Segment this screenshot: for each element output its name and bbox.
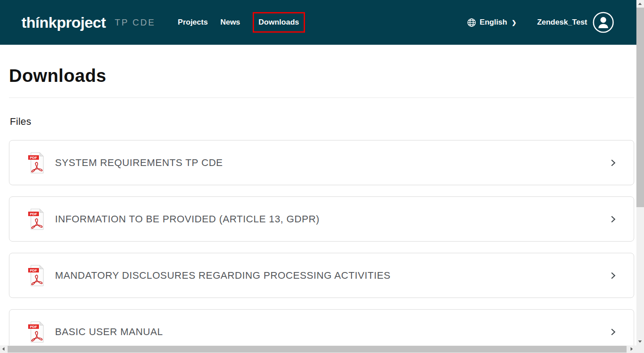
language-label: English [480,18,507,27]
annotation-highlight-box: Downloads [253,12,305,33]
pdf-icon: PDF [26,321,45,343]
vertical-scrollbar-thumb[interactable] [636,8,644,207]
horizontal-scrollbar[interactable] [0,345,636,353]
svg-text:PDF: PDF [30,324,37,328]
horizontal-scrollbar-thumb[interactable] [8,346,627,353]
page-title: Downloads [9,65,634,86]
main-content: Downloads Files PDF SYSTEM REQUIREMEN [0,65,636,345]
svg-text:PDF: PDF [30,155,37,159]
pdf-icon: PDF [26,208,45,230]
scroll-up-icon[interactable] [638,3,642,5]
top-navbar: thínkproject TP CDE Projects News Downlo… [0,0,636,45]
pdf-icon: PDF [26,152,45,174]
nav-downloads[interactable]: Downloads [258,18,299,26]
main-nav: Projects News Downloads [178,12,305,33]
language-selector[interactable]: English ❯ [467,18,517,27]
file-name: SYSTEM REQUIREMENTS TP CDE [55,157,223,169]
nav-projects[interactable]: Projects [178,18,208,27]
file-card[interactable]: PDF MANDATORY DISCLOSURES REGARDING PROC… [9,253,634,298]
file-name: BASIC USER MANUAL [55,326,163,338]
file-card[interactable]: PDF SYSTEM REQUIREMENTS TP CDE [9,140,634,185]
file-list: PDF SYSTEM REQUIREMENTS TP CDE [9,140,634,345]
header-right: English ❯ Zendesk_Test [467,12,614,33]
nav-news[interactable]: News [220,18,240,27]
username: Zendesk_Test [537,18,587,27]
vertical-scrollbar[interactable] [636,0,644,345]
scroll-right-icon[interactable] [631,347,633,351]
product-name: TP CDE [115,17,156,28]
svg-text:PDF: PDF [30,268,37,272]
app-window: thínkproject TP CDE Projects News Downlo… [0,0,644,353]
avatar[interactable] [593,12,614,33]
scrollbar-corner [636,345,644,353]
chevron-right-icon [610,272,616,280]
scroll-left-icon[interactable] [2,347,4,351]
thinkproject-logo[interactable]: thínkproject [21,14,106,31]
page: thínkproject TP CDE Projects News Downlo… [0,0,636,345]
file-card[interactable]: PDF BASIC USER MANUAL [9,309,634,345]
divider [9,98,634,98]
chevron-right-icon [610,215,616,223]
chevron-right-icon: ❯ [512,19,517,26]
chevron-right-icon [610,159,616,167]
scroll-down-icon[interactable] [638,340,642,343]
globe-icon [467,18,476,27]
file-name: MANDATORY DISCLOSURES REGARDING PROCESSI… [55,270,390,281]
file-name: INFORMATION TO BE PROVIDED (ARTICLE 13, … [55,213,319,225]
svg-text:PDF: PDF [30,212,37,216]
section-heading-files: Files [10,116,634,128]
file-card[interactable]: PDF INFORMATION TO BE PROVIDED (ARTICLE … [9,196,634,242]
chevron-right-icon [610,328,616,336]
pdf-icon: PDF [26,264,45,287]
